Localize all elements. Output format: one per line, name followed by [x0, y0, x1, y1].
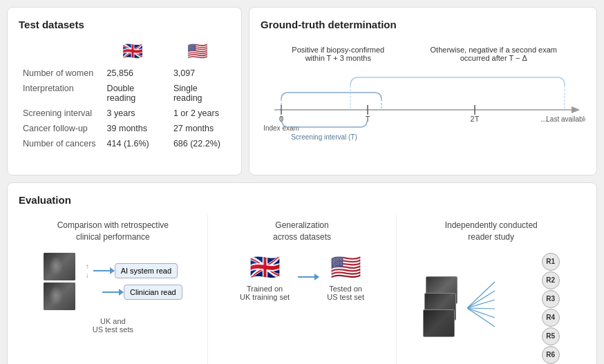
row-us: 1 or 2 years	[167, 106, 229, 120]
row-label: Screening interval	[20, 106, 99, 120]
svg-line-17	[467, 291, 495, 308]
row-label: Number of cancers	[20, 137, 99, 151]
row-label: Cancer follow-up	[20, 122, 99, 135]
svg-text:Index exam: Index exam	[263, 124, 299, 132]
table-row: Number of cancers 414 (1.6%) 686 (22.2%)	[20, 137, 229, 151]
gen-arrow	[298, 276, 319, 278]
row-label: Number of women	[20, 66, 99, 80]
table-row: Screening interval 3 years 1 or 2 years	[20, 106, 229, 120]
ground-truth-card: Ground-truth determination Positive if b…	[249, 7, 597, 175]
svg-text:Screening interval (T): Screening interval (T)	[291, 133, 357, 141]
reader-r5: R5	[542, 327, 560, 345]
top-row: Test datasets 🇬🇧 🇺🇸 Number of women 25,8…	[7, 7, 597, 175]
svg-text:Last available data: Last available data	[546, 115, 585, 123]
clinician-box: Clinician read	[124, 285, 182, 300]
positive-annotation: Positive if biopsy-confirmed within T + …	[267, 46, 409, 62]
row-us: 3,097	[167, 66, 229, 80]
comparison-diagram: ↑ ↓ AI system read	[44, 253, 182, 310]
eval-generalization-section: Generalizationacross datasets 🇬🇧 Trained…	[208, 214, 397, 364]
comparison-title: Comparison with retrospectiveclinical pe…	[57, 220, 169, 243]
ai-system-box: AI system read	[115, 263, 178, 278]
row-uk: 25,856	[100, 66, 165, 80]
table-row: Number of women 25,856 3,097	[20, 66, 229, 80]
eval-sections: Comparison with retrospectiveclinical pe…	[19, 214, 585, 364]
table-row: Interpretation Double reading Single rea…	[20, 82, 229, 105]
svg-marker-1	[572, 106, 580, 113]
row-uk: Double reading	[100, 82, 165, 105]
ai-read-row: ↑ ↓ AI system read	[86, 262, 178, 279]
table-row: Cancer follow-up 39 months 27 months	[20, 122, 229, 135]
eval-comparison-section: Comparison with retrospectiveclinical pe…	[19, 214, 208, 364]
main-container: Test datasets 🇬🇧 🇺🇸 Number of women 25,8…	[0, 0, 604, 364]
arrows-column: ↑ ↓ AI system read	[81, 262, 182, 300]
trained-label: Trained onUK training set	[240, 285, 290, 301]
svg-text:2T: 2T	[471, 115, 480, 123]
row-uk: 3 years	[100, 106, 165, 120]
us-flag: 🇺🇸	[167, 40, 229, 65]
arrow-line-clinician	[102, 291, 120, 293]
reader-diagram: R1 R2 R3 R4 R5 R6	[423, 253, 560, 364]
test-datasets-title: Test datasets	[19, 19, 230, 30]
ground-truth-title: Ground-truth determination	[261, 19, 585, 30]
reader-mammo-stack	[423, 276, 462, 340]
arrowhead-clinician	[119, 289, 124, 296]
reader-lines-svg	[467, 276, 550, 340]
row-us: 686 (22.2%)	[167, 137, 229, 151]
mammo-image-bottom	[44, 282, 75, 310]
reader-r4: R4	[542, 309, 560, 327]
reader-r3: R3	[542, 290, 560, 308]
svg-line-20	[467, 308, 495, 318]
svg-line-21	[467, 308, 495, 327]
arrow-line-ai	[93, 270, 111, 271]
timeline-container: Positive if biopsy-confirmed within T + …	[261, 39, 585, 164]
negative-annotation: Otherwise, negative if a second exam occ…	[409, 46, 578, 62]
arrowhead-ai	[110, 267, 115, 274]
gen-diagram: 🇬🇧 Trained onUK training set 🇺🇸 Tested o…	[240, 253, 364, 301]
timeline-svg: 0 Index exam T 2T ... Last available dat…	[261, 65, 585, 148]
datasets-table: 🇬🇧 🇺🇸 Number of women 25,856 3,097 Inter…	[19, 39, 230, 152]
row-us: 27 months	[167, 122, 229, 135]
evaluation-title: Evaluation	[19, 194, 585, 206]
mammo-stack-left	[44, 253, 75, 310]
readers-list: R1 R2 R3 R4 R5 R6	[542, 253, 560, 364]
mammo-card-3	[423, 309, 455, 337]
generalization-title: Generalizationacross datasets	[273, 220, 331, 243]
comparison-label: UK andUS test sets	[93, 317, 133, 334]
eval-reader-section: Independently conductedreader study	[397, 214, 585, 364]
reader-r6: R6	[542, 346, 560, 364]
reader-title: Independently conductedreader study	[445, 220, 538, 243]
up-down-arrow: ↑ ↓	[86, 262, 89, 279]
evaluation-card: Evaluation Comparison with retrospective…	[7, 182, 597, 364]
clinician-read-row: Clinician read	[81, 285, 182, 300]
row-uk: 414 (1.6%)	[100, 137, 165, 151]
reader-r1: R1	[542, 253, 560, 271]
gen-arrow-line	[298, 276, 319, 278]
svg-line-19	[467, 308, 495, 309]
reader-r2: R2	[542, 271, 560, 289]
mammo-image-top	[44, 253, 75, 280]
row-us: Single reading	[167, 82, 229, 105]
row-uk: 39 months	[100, 122, 165, 135]
test-datasets-card: Test datasets 🇬🇧 🇺🇸 Number of women 25,8…	[7, 7, 242, 175]
row-label: Interpretation	[20, 82, 99, 105]
tested-label: Tested onUS test set	[327, 285, 364, 301]
us-test-flag: 🇺🇸 Tested onUS test set	[327, 253, 364, 301]
uk-training-flag: 🇬🇧 Trained onUK training set	[240, 253, 290, 301]
uk-flag: 🇬🇧	[100, 40, 165, 65]
